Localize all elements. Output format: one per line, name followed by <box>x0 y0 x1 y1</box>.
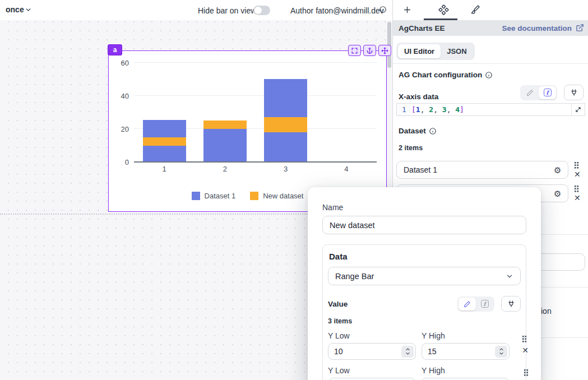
static-or-eval-toggle: f <box>520 85 557 100</box>
info-icon[interactable] <box>429 127 437 135</box>
dataset-items-count: 2 items <box>399 144 423 152</box>
dataset-settings-modal: Name Data Range Bar Value f <box>308 187 541 380</box>
anchor-component-button[interactable] <box>363 45 376 56</box>
static-or-eval-toggle: f <box>457 296 494 312</box>
gear-icon[interactable]: ⚙ <box>554 165 561 175</box>
y-high-label: Y High <box>422 331 515 340</box>
divider <box>393 63 588 64</box>
data-type-select[interactable]: Range Bar <box>328 267 521 285</box>
y-low-input[interactable] <box>328 378 416 380</box>
chevron-down-icon[interactable] <box>25 6 32 13</box>
component-id-badge[interactable]: a <box>108 44 122 55</box>
line-number: 1 <box>397 104 411 115</box>
drag-handle-icon[interactable] <box>574 161 579 169</box>
dataset-row-name-input[interactable] <box>396 161 568 179</box>
chart-y-axis-labels: 0204060 <box>109 63 129 162</box>
legend-swatch <box>250 192 258 200</box>
tab-json[interactable]: JSON <box>441 44 473 58</box>
drag-handle-icon[interactable] <box>574 185 579 192</box>
range-bar-segment <box>143 137 186 146</box>
y-high-label: Y High <box>422 366 515 375</box>
range-bar-segment <box>264 117 307 132</box>
chart-x-axis-labels: 1234 <box>134 165 377 175</box>
chart-x-axis-line <box>134 161 377 163</box>
data-label: Data <box>329 252 521 261</box>
number-stepper[interactable] <box>495 346 507 358</box>
y-high-input[interactable] <box>422 378 510 380</box>
y-low-label: Y Low <box>328 331 422 340</box>
range-bar-segment <box>203 121 247 129</box>
pen-icon[interactable] <box>459 298 476 311</box>
value-label: Value <box>328 300 348 308</box>
see-documentation-link[interactable]: See documentation <box>502 24 572 33</box>
expand-editor-button[interactable] <box>571 104 585 115</box>
component-settings-tab[interactable] <box>434 2 453 17</box>
config-section-title: AG Chart configuration <box>399 71 493 79</box>
gear-icon[interactable]: ⚙ <box>554 189 561 199</box>
editor-mode-tabs: UI Editor JSON <box>396 43 475 60</box>
drag-handle-icon[interactable] <box>522 335 527 342</box>
legend-swatch <box>192 192 200 200</box>
insert-component-tab[interactable] <box>397 2 416 17</box>
component-controls <box>348 45 391 56</box>
data-type-value: Range Bar <box>335 272 374 281</box>
move-component-button[interactable] <box>378 45 391 56</box>
remove-row-icon[interactable]: ✕ <box>522 346 529 355</box>
drag-handle-icon[interactable] <box>524 369 529 376</box>
info-icon[interactable] <box>379 6 387 13</box>
value-items-count: 3 items <box>328 317 521 325</box>
code-line[interactable]: [1, 2, 3, 4] <box>411 104 571 115</box>
dataset-section-label: Dataset <box>399 127 437 135</box>
legend-label: Dataset 1 <box>205 192 236 200</box>
remove-row-icon[interactable]: ✕ <box>574 193 581 202</box>
number-stepper[interactable] <box>401 346 414 358</box>
info-icon[interactable] <box>485 71 493 79</box>
y-low-label: Y Low <box>328 366 422 375</box>
dataset-name-input[interactable] <box>322 216 526 234</box>
remove-row-icon[interactable]: ✕ <box>574 170 581 179</box>
styling-tab[interactable] <box>466 2 485 17</box>
function-icon[interactable]: f <box>476 298 493 311</box>
component-type-title: AgCharts EE <box>399 24 445 33</box>
connect-plug-button[interactable] <box>564 85 584 100</box>
hide-bar-toggle[interactable] <box>253 6 270 15</box>
toggle-knob <box>254 7 262 14</box>
pen-icon[interactable] <box>521 86 539 99</box>
expand-component-button[interactable] <box>348 45 361 56</box>
author-label: Author faton@windmill.dev <box>290 6 384 15</box>
legend-label: New dataset <box>263 192 303 200</box>
panel-tab-bar <box>393 0 588 20</box>
partially-hidden-label: ion <box>541 307 552 316</box>
function-icon[interactable]: f <box>539 86 556 99</box>
xaxis-input-mode-icons: f <box>520 85 584 100</box>
panel-header: AgCharts EE See documentation <box>393 20 588 36</box>
chevron-down-icon <box>506 272 513 280</box>
legend-item[interactable]: Dataset 1 <box>192 192 236 200</box>
name-label: Name <box>322 203 526 212</box>
chart-plot <box>134 63 377 162</box>
connect-plug-button[interactable] <box>501 296 521 312</box>
schedule-dropdown-label[interactable]: once <box>6 5 24 14</box>
legend-item[interactable]: New dataset <box>250 192 303 200</box>
xaxis-code-editor[interactable]: 1 [1, 2, 3, 4] <box>396 103 585 116</box>
external-link-icon[interactable] <box>576 24 584 32</box>
tab-ui-editor[interactable]: UI Editor <box>398 44 441 58</box>
data-group: Data Range Bar Value f 3 items <box>322 244 526 380</box>
hide-bar-label: Hide bar on view <box>198 6 256 15</box>
bar-segment <box>203 128 247 161</box>
xaxis-data-label: X-axis data <box>399 92 438 101</box>
